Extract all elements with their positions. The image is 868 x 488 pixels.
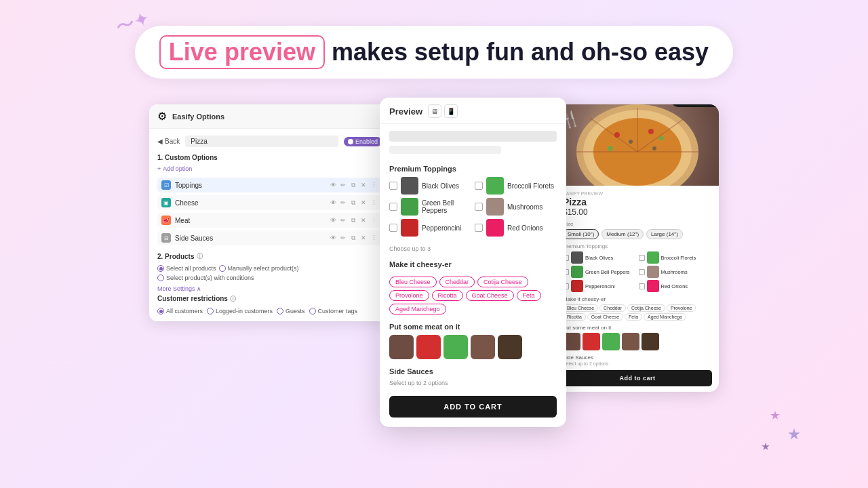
back-arrow-icon: ◀ — [157, 138, 163, 145]
result-cb-onions[interactable] — [639, 283, 645, 289]
drag-icon-cheese[interactable]: ⋮ — [370, 199, 378, 207]
result-label-pepperoncini: Pepperoncini — [585, 283, 615, 289]
topping-cb-onions[interactable] — [475, 224, 483, 232]
tag-goat[interactable]: Goat Cheese — [466, 290, 514, 301]
radio-all-customers[interactable]: All customers — [157, 308, 203, 314]
delete-icon-meat[interactable]: ✕ — [359, 216, 368, 224]
topping-pepperoncini[interactable]: Pepperoncini — [389, 219, 471, 237]
edit-icon[interactable]: ✏ — [339, 181, 347, 189]
result-topping-onions[interactable]: Red Onions — [639, 280, 713, 292]
result-label-pepper: Green Bell Peppers — [585, 269, 629, 275]
copy-icon[interactable]: ⧉ — [349, 181, 357, 189]
tag-cheddar[interactable]: Cheddar — [439, 277, 475, 287]
topping-broccoli[interactable]: Broccoli Florets — [475, 177, 557, 195]
desktop-view-icon[interactable]: 🖥 — [428, 104, 441, 118]
tag-cotija[interactable]: Cotija Cheese — [477, 277, 528, 287]
topping-cb-mushrooms[interactable] — [475, 203, 483, 211]
topping-cb-olives[interactable] — [389, 182, 397, 190]
tag-bleu-cheese[interactable]: Bleu Cheese — [389, 277, 437, 287]
result-meat-img-3[interactable] — [602, 333, 620, 350]
meat-img-2[interactable] — [416, 335, 441, 359]
topping-cb-pepperoncini[interactable] — [389, 224, 397, 232]
topping-green-pepper[interactable]: Green Bell Peppers — [389, 198, 471, 216]
result-topping-olives[interactable]: Black Olives — [563, 251, 637, 264]
topping-black-olives[interactable]: Black Olives — [389, 177, 471, 195]
result-tag-manchego[interactable]: Aged Manchego — [644, 313, 686, 321]
result-tag-cotija[interactable]: Cotija Cheese — [627, 304, 665, 312]
meat-img-3[interactable] — [443, 335, 468, 359]
result-tag-cheddar[interactable]: Cheddar — [599, 304, 626, 312]
edit-icon-sauce[interactable]: ✏ — [339, 234, 347, 242]
option-row-sauce[interactable]: ⊟ Side Sauces 👁 ✏ ⧉ ✕ ⋮ — [157, 230, 382, 245]
result-cb-broccoli[interactable] — [639, 255, 645, 261]
result-cb-mushrooms[interactable] — [639, 269, 645, 275]
result-tag-provolone[interactable]: Provolone — [667, 304, 696, 312]
add-option-button[interactable]: + Add option — [157, 165, 382, 172]
back-button[interactable]: ◀ Back — [157, 138, 180, 145]
meat-actions: 👁 ✏ ⧉ ✕ ⋮ — [329, 216, 378, 224]
copy-icon-cheese[interactable]: ⧉ — [349, 199, 357, 207]
radio-conditions-products[interactable]: Select product(s) with conditions — [157, 274, 254, 281]
drag-icon[interactable]: ⋮ — [370, 181, 378, 189]
size-small-btn[interactable]: Small (10") — [563, 229, 599, 239]
delete-icon-cheese[interactable]: ✕ — [359, 199, 368, 207]
result-img-mushrooms — [647, 266, 659, 278]
meat-label: Meat — [175, 217, 325, 224]
meat-img-4[interactable] — [471, 335, 495, 359]
eye-icon-meat[interactable]: 👁 — [329, 216, 337, 224]
tag-provolone[interactable]: Provolone — [389, 290, 429, 301]
delete-icon-sauce[interactable]: ✕ — [359, 234, 368, 242]
drag-icon-meat[interactable]: ⋮ — [370, 216, 378, 224]
topping-cb-broccoli[interactable] — [475, 182, 483, 190]
tag-ricotta[interactable]: Ricotta — [432, 290, 463, 301]
option-row-toppings[interactable]: ☑ Toppings 👁 ✏ ⧉ ✕ ⋮ — [157, 178, 382, 192]
result-topping-pepperoncini[interactable]: Pepperoncini — [563, 280, 637, 292]
radio-loggedin[interactable]: Logged-in customers — [207, 308, 273, 314]
meat-img-1[interactable] — [389, 335, 414, 359]
option-row-cheese[interactable]: ▣ Cheese 👁 ✏ ⧉ ✕ ⋮ — [157, 195, 382, 210]
meat-img-5[interactable] — [498, 335, 522, 359]
radio-all-products[interactable]: Select all products — [157, 265, 216, 272]
edit-icon-meat[interactable]: ✏ — [339, 216, 347, 224]
more-settings-button[interactable]: More Settings ∧ — [157, 285, 382, 292]
eye-icon-sauce[interactable]: 👁 — [329, 234, 337, 242]
result-meat-img-5[interactable] — [642, 333, 659, 350]
left-nav: ◀ Back Pizza Enabled — [157, 136, 382, 147]
radio-guests[interactable]: Guests — [277, 308, 305, 314]
result-tag-feta[interactable]: Feta — [625, 313, 642, 321]
radio-conditions-label: Select product(s) with conditions — [166, 274, 254, 281]
section2-label: 2. Products — [157, 253, 194, 260]
add-to-cart-button[interactable]: ADD TO CART — [389, 396, 557, 418]
tag-feta[interactable]: Feta — [517, 290, 541, 301]
result-tag-bleu[interactable]: Bleu Cheese — [563, 304, 598, 312]
sauce-section: Side Sauces Select up to 2 options — [380, 363, 566, 390]
option-row-meat[interactable]: 🥩 Meat 👁 ✏ ⧉ ✕ ⋮ — [157, 213, 382, 228]
size-large-btn[interactable]: Large (14") — [646, 229, 683, 239]
mobile-view-icon[interactable]: 📱 — [444, 104, 458, 118]
radio-tags-circle — [309, 308, 316, 314]
result-meat-img-4[interactable] — [622, 333, 639, 350]
result-img-olives — [571, 251, 583, 264]
result-tag-goat[interactable]: Goat Cheese — [587, 313, 623, 321]
copy-icon-meat[interactable]: ⧉ — [349, 216, 357, 224]
result-tag-ricotta[interactable]: Ricotta — [563, 313, 586, 321]
radio-manual-products[interactable]: Manually select product(s) — [219, 265, 299, 272]
delete-icon[interactable]: ✕ — [359, 181, 368, 189]
result-meat-img-2[interactable] — [583, 333, 600, 350]
eye-icon[interactable]: 👁 — [329, 181, 337, 189]
back-label: Back — [165, 138, 180, 145]
topping-mushrooms[interactable]: Mushrooms — [475, 198, 557, 216]
result-topping-broccoli[interactable]: Broccoli Florets — [639, 251, 713, 264]
result-topping-mushrooms[interactable]: Mushrooms — [639, 266, 713, 278]
topping-cb-pepper[interactable] — [389, 203, 397, 211]
result-topping-pepper[interactable]: Green Bell Peppers — [563, 266, 637, 278]
edit-icon-cheese[interactable]: ✏ — [339, 199, 347, 207]
size-medium-btn[interactable]: Medium (12") — [601, 229, 644, 239]
tag-manchego[interactable]: Aged Manchego — [389, 304, 446, 314]
drag-icon-sauce[interactable]: ⋮ — [370, 234, 378, 242]
radio-customer-tags[interactable]: Customer tags — [309, 308, 358, 314]
eye-icon-cheese[interactable]: 👁 — [329, 199, 337, 207]
result-add-cart-button[interactable]: Add to cart — [563, 370, 712, 386]
topping-red-onions[interactable]: Red Onions — [475, 219, 557, 237]
copy-icon-sauce[interactable]: ⧉ — [349, 234, 357, 242]
